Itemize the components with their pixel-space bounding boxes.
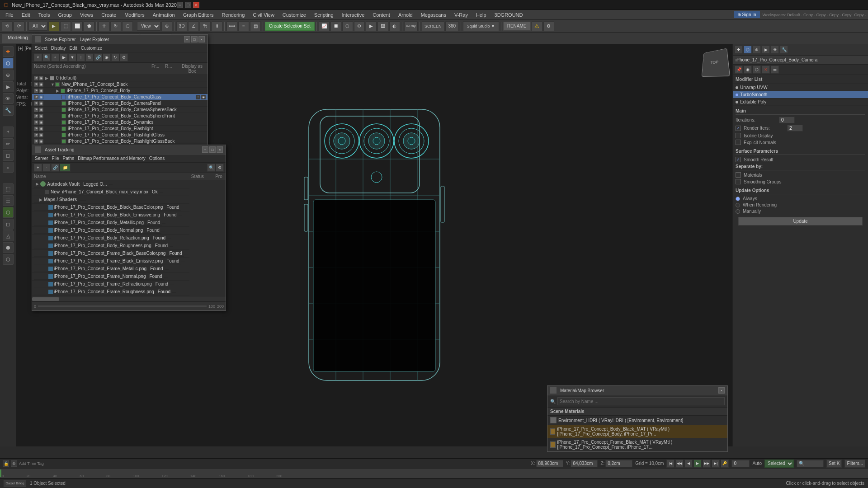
asset-tracking-title-bar[interactable]: Asset Tracking − □ ×	[32, 145, 226, 155]
redo-btn[interactable]: ⟳	[14, 21, 24, 31]
utilities-panel-icon[interactable]: 🔧	[3, 105, 14, 116]
asset-frame-normal-row[interactable]: iPhone_17_Pro_Concept_Frame_Normal.png F…	[32, 273, 189, 281]
move-btn[interactable]: ✛	[99, 21, 109, 31]
schematic-btn[interactable]: 🔲	[330, 21, 341, 31]
tab-modeling[interactable]: Modeling	[2, 33, 34, 43]
asset-body-normal-row[interactable]: iPhone_17_Pro_Concept_Body_Normal.png Fo…	[32, 227, 189, 235]
update-btn[interactable]: Update	[738, 217, 863, 225]
material-browser-title-bar[interactable]: Material/Map Browser ×	[547, 386, 727, 395]
layer-btn[interactable]: ▤	[250, 21, 261, 31]
coord-y-input[interactable]	[571, 460, 598, 467]
asset-close[interactable]: ×	[217, 146, 223, 153]
snap-3d-btn[interactable]: 3D	[176, 21, 187, 31]
scene-explorer-title-bar[interactable]: Scene Explorer - Layer Explorer − □ ×	[32, 35, 208, 44]
scene-menu-display[interactable]: Display	[51, 46, 66, 51]
vis-render11[interactable]: ◉	[39, 139, 43, 144]
make-unique-icon[interactable]: ⬡	[753, 66, 761, 74]
asset-frame-base-row[interactable]: iPhone_17_Pro_Concept_Frame_Black_BaseCo…	[32, 250, 189, 258]
curve-editor-btn[interactable]: 📈	[319, 21, 330, 31]
filters-btn[interactable]: Filters...	[844, 460, 865, 468]
rotate-btn[interactable]: ↻	[110, 21, 121, 31]
key-search-input[interactable]	[797, 460, 824, 467]
tree-item-camera-panel[interactable]: 👁 ◉ iPhone_17_Pro_Concept_Body_CameraPan…	[32, 100, 208, 107]
isolate-icon[interactable]: ⬚	[3, 183, 14, 194]
tree-item-dynamics[interactable]: 👁 ◉ iPhone_17_Pro_Concept_Body_Dynamics	[32, 119, 208, 126]
smoothing-groups-checkbox[interactable]	[736, 179, 741, 184]
create-panel-icon[interactable]: ✚	[3, 46, 14, 57]
asset-body-roughness-row[interactable]: iPhone_17_Pro_Concept_Body_Roughness.png…	[32, 242, 189, 250]
menu-edit[interactable]: Edit	[18, 11, 34, 19]
mirror-btn[interactable]: ⟺	[226, 21, 237, 31]
vis-render[interactable]: ◉	[39, 76, 43, 80]
minimize-btn[interactable]: −	[177, 2, 183, 8]
vis-render9[interactable]: ◉	[39, 127, 43, 131]
undo-btn[interactable]: ⟲	[2, 21, 13, 31]
menu-arnold[interactable]: Arnold	[395, 11, 416, 19]
coord-x-input[interactable]	[536, 460, 563, 467]
configure-modifier-sets-icon[interactable]: ☰	[771, 66, 779, 74]
menu-vray[interactable]: V-Ray	[451, 11, 472, 19]
selected-dropdown[interactable]: Selected	[764, 460, 794, 468]
key-mode-btn[interactable]: 🔑	[721, 460, 729, 468]
asset-scroll[interactable]: Name Status Pro ▶ Autodesk Vault Logge	[32, 173, 226, 296]
vis-render10[interactable]: ◉	[39, 133, 43, 137]
active-shade-btn[interactable]: ◐	[389, 21, 400, 31]
vis-eye10[interactable]: 👁	[34, 133, 38, 137]
explicit-normals-checkbox[interactable]	[736, 140, 741, 145]
scene-sort-btn[interactable]: ⇅	[85, 53, 94, 61]
vis-render5[interactable]: ◉	[39, 101, 43, 106]
next-key-btn[interactable]: ▶▶	[703, 460, 711, 468]
tree-expand-concept[interactable]: ▼	[51, 82, 55, 87]
tree-item-default[interactable]: 👁 ◉ ▶ 0 (default)	[32, 75, 208, 81]
scene-menu-customize[interactable]: Customize	[81, 46, 102, 51]
menu-interactive[interactable]: Interactive	[338, 11, 368, 19]
vis-eye9[interactable]: 👁	[34, 127, 38, 131]
menu-modifiers[interactable]: Modifiers	[121, 11, 148, 19]
camera-glass-vis-right[interactable]: +	[196, 95, 200, 99]
asset-menu-paths[interactable]: Paths	[63, 156, 75, 161]
scene-collapse-btn[interactable]: ▼	[68, 53, 76, 61]
filter-dropdown[interactable]: All	[28, 22, 47, 31]
value-360-btn[interactable]: 360	[445, 21, 459, 31]
window-crossing-btn[interactable]: ⬜	[72, 21, 83, 31]
modifier-turbosmooth[interactable]: TurboSmooth	[733, 91, 868, 99]
scene-view-btn[interactable]: ◉	[103, 53, 111, 61]
isoline-checkbox[interactable]	[736, 133, 741, 138]
navigation-cube[interactable]: TOP	[702, 48, 731, 76]
smooth-result-checkbox[interactable]	[736, 157, 741, 162]
scene-close-btn[interactable]: ×	[34, 53, 42, 61]
mod-modify-icon[interactable]: ⬡	[744, 46, 752, 54]
asset-add-btn[interactable]: +	[34, 164, 42, 172]
vis-render8[interactable]: ◉	[39, 120, 43, 125]
sign-in-btn[interactable]: ⊕ Sign In	[734, 11, 760, 18]
screen-btn[interactable]: SCREEN	[422, 21, 444, 31]
scale-btn[interactable]: ⬡	[122, 21, 133, 31]
spinner-snap-btn[interactable]: ⬆	[212, 21, 222, 31]
manually-radio[interactable]	[736, 209, 740, 214]
when-rendering-radio[interactable]	[736, 203, 740, 207]
asset-menu-bitmap[interactable]: Bitmap Performance and Memory	[78, 156, 146, 161]
scene-select-icon[interactable]: ◻	[3, 150, 14, 161]
squid-studio-btn[interactable]: Squid Studio ▼	[463, 21, 499, 31]
pct-snap-btn[interactable]: %	[200, 21, 211, 31]
asset-body-refraction-row[interactable]: iPhone_17_Pro_Concept_Body_Refraction.pn…	[32, 235, 189, 242]
material-search-input[interactable]	[557, 397, 725, 405]
asset-maps-group-row[interactable]: ▶ Maps / Shaders	[32, 196, 189, 204]
menu-graph-editors[interactable]: Graph Editors	[179, 11, 217, 19]
tree-expand-default[interactable]: ▶	[45, 76, 50, 80]
angle-snap-btn[interactable]: ∠	[188, 21, 199, 31]
render-iters-checkbox[interactable]	[736, 126, 741, 131]
restore-btn[interactable]: □	[185, 2, 191, 8]
scene-move-up-btn[interactable]: ↑	[77, 53, 85, 61]
render-btn[interactable]: ▶	[366, 21, 377, 31]
vis-eye6[interactable]: 👁	[34, 108, 38, 112]
pivot-btn[interactable]: ⊕	[161, 21, 172, 31]
tree-item-concept-black[interactable]: 👁 ◉ ▼ New_iPhone_17_Concept_Black	[32, 81, 208, 88]
menu-create[interactable]: Create	[98, 11, 120, 19]
camera-glass-render-right[interactable]: ◉	[201, 95, 206, 99]
scene-filter-btn[interactable]: 🔍	[42, 53, 51, 61]
scene-explorer-minimize[interactable]: −	[184, 36, 190, 42]
tree-item-camera-glass[interactable]: 👁 ◉ iPhone_17_Pro_Concept_Body_CameraGla…	[32, 94, 208, 100]
vray-btn[interactable]: V-Ray	[404, 21, 418, 31]
select-by-name-icon[interactable]: H	[3, 127, 14, 137]
